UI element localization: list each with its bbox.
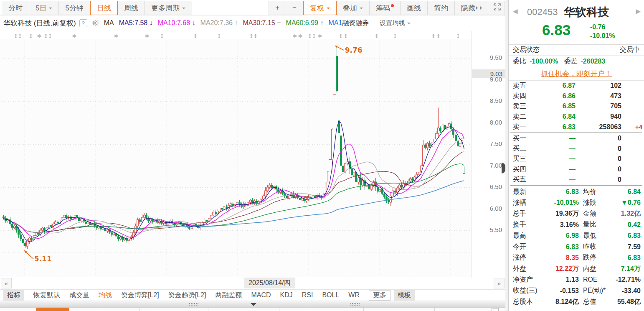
- price-axis-tick-6.00: 6.00: [473, 205, 502, 212]
- order-price: —: [536, 155, 576, 163]
- stat-label: 最新: [513, 188, 540, 196]
- gear-icon[interactable]: [91, 19, 99, 27]
- tab-more-periods[interactable]: 更多周期: [145, 1, 192, 15]
- stat-value: -33.40: [609, 287, 641, 295]
- ma-settings-label: 设置均线: [380, 19, 405, 27]
- tab-weekly[interactable]: 周线: [118, 1, 145, 15]
- scroll-left-button[interactable]: «: [1, 278, 12, 288]
- indicator-boll[interactable]: BOLL: [322, 291, 339, 299]
- next-stock-icon[interactable]: ▶: [636, 8, 641, 15]
- adjust-price-button[interactable]: 复权: [303, 1, 337, 15]
- indicator-macd[interactable]: MACD: [251, 291, 271, 299]
- order-price: 6.86: [536, 92, 576, 100]
- stat-value: 6.98: [540, 232, 579, 240]
- zoom-in-button-label: +: [275, 4, 279, 12]
- stat-value: 6.84: [609, 188, 641, 196]
- stat-label: 最低: [583, 232, 609, 240]
- stat-label: PE(动)*: [583, 286, 609, 295]
- stock-code: 002453: [527, 7, 558, 18]
- draw-line-button-label: 画线: [407, 3, 421, 13]
- order-volume: 0: [576, 145, 621, 153]
- stat-value: 7.14万: [609, 265, 641, 273]
- hide-button[interactable]: 隐藏: [455, 1, 490, 15]
- bottom-strip-separator: [139, 308, 139, 311]
- indicator-ma[interactable]: 均线: [99, 291, 112, 300]
- order-volume: 940: [576, 113, 621, 120]
- prev-stock-icon[interactable]: ◀: [513, 8, 518, 15]
- stock-app-window: 分时5日5分钟日线周线更多周期 +−复权叠加筹码画线简约隐藏 华软科技 (日线,…: [0, 0, 644, 311]
- order-level-label: 卖二: [513, 112, 536, 121]
- indicator-wr[interactable]: WR: [348, 291, 360, 299]
- active-bottom-tab[interactable]: [36, 308, 69, 311]
- scroll-right-button[interactable]: »: [494, 278, 505, 288]
- order-extra-badge: +4: [635, 123, 642, 130]
- order-volume: 258063: [576, 123, 621, 131]
- order-price: 6.85: [536, 102, 576, 110]
- current-price: 6.83: [542, 22, 570, 38]
- tab-minute[interactable]: 分时: [2, 1, 29, 15]
- drag-grip-icon[interactable]: [350, 303, 360, 306]
- indicator-kdj[interactable]: KDJ: [280, 291, 292, 299]
- template-button[interactable]: 模板: [394, 290, 415, 301]
- weicha-label: 委差: [564, 57, 578, 66]
- indicator-rsi[interactable]: RSI: [302, 291, 313, 299]
- tab-5day[interactable]: 5日: [29, 1, 59, 15]
- bottom-strip-separator: [434, 308, 435, 311]
- indicator-more[interactable]: 更多: [369, 290, 390, 301]
- ma-legend-item-2: MA20:7.36 ↑: [200, 19, 238, 27]
- ma-settings-dropdown[interactable]: 设置均线: [380, 19, 411, 27]
- stats-row: 最高6.98最低6.83: [509, 230, 644, 241]
- stat-value: 55.48亿: [609, 298, 641, 306]
- chart-legend-bar: 华软科技 (日线,前复权) ? MA MA5:7.58 ↓MA10:7.68 ↓…: [0, 16, 505, 30]
- chip-distribution-button[interactable]: 筹码: [370, 1, 401, 15]
- hide-button-label: 隐藏: [461, 3, 475, 13]
- order-volume: 705: [576, 102, 621, 110]
- indicator-margin-diff[interactable]: 两融差额: [215, 291, 242, 300]
- ma-prefix-label: MA: [104, 19, 114, 27]
- tools-buttons-group: +−复权叠加筹码画线简约隐藏: [269, 0, 505, 15]
- order-price: 6.84: [536, 113, 576, 120]
- stat-label: 金额: [583, 209, 609, 218]
- overlay-button[interactable]: 叠加: [337, 1, 370, 15]
- tab-5min[interactable]: 5分钟: [59, 1, 90, 15]
- open-account-link[interactable]: 抓住机会，即刻开户！: [541, 69, 612, 79]
- restore-default-button[interactable]: 恢复默认: [33, 291, 60, 300]
- price-change-percent: -10.01%: [590, 31, 615, 40]
- stat-value: 8.124亿: [540, 298, 579, 306]
- price-axis: 9.03 9.509.008.508.007.507.006.506.005.5…: [471, 31, 505, 278]
- candlestick-chart-canvas[interactable]: [0, 31, 471, 278]
- indicator-fund-game[interactable]: 资金博弈[L2]: [121, 291, 159, 300]
- stat-label: 总股本: [513, 298, 540, 306]
- indicator-fund-trend[interactable]: 资金趋势[L2]: [168, 291, 206, 300]
- order-volume: 0: [576, 166, 621, 173]
- chart-zone: 分时5日5分钟日线周线更多周期 +−复权叠加筹码画线简约隐藏 华软科技 (日线,…: [0, 0, 505, 311]
- stat-label: 涨幅: [513, 199, 540, 207]
- zoom-in-button[interactable]: +: [269, 1, 286, 15]
- tab-daily[interactable]: 日线: [90, 1, 118, 15]
- price-axis-tick-9.00: 9.00: [473, 76, 502, 83]
- pane-divider[interactable]: [0, 301, 505, 307]
- fullscreen-button[interactable]: [490, 1, 505, 15]
- stat-label: 涨跌: [583, 199, 609, 207]
- weicha-value: -260283: [581, 58, 606, 65]
- sell-order-row-卖二: 卖二6.84940: [509, 112, 644, 122]
- stat-label: 昨收: [583, 242, 609, 251]
- bottom-strip-box[interactable]: [492, 308, 499, 311]
- adjust-price-button-label: 复权: [310, 3, 324, 13]
- stat-value: -0.153: [540, 287, 579, 295]
- buy-order-book: 买一—0买二—0买三—0买四—0买五—0: [509, 133, 644, 185]
- ma-legend-item-4: MA60:6.99 ↑: [286, 19, 324, 27]
- draw-line-button[interactable]: 画线: [401, 1, 428, 15]
- stats-row: 外盘12.22万内盘7.14万: [509, 263, 644, 274]
- simple-mode-button[interactable]: 简约: [428, 1, 455, 15]
- stock-name: 华软科技: [564, 5, 609, 20]
- indicator-label[interactable]: 指标: [3, 290, 24, 301]
- zoom-out-button[interactable]: −: [286, 1, 303, 15]
- indicator-volume[interactable]: 成交量: [69, 291, 89, 300]
- drag-grip-icon[interactable]: [189, 303, 199, 306]
- indicator-toolbar: 指标恢复默认成交量均线资金博弈[L2]资金趋势[L2]两融差额MACDKDJRS…: [0, 289, 505, 301]
- order-level-label: 买五: [513, 175, 536, 184]
- help-icon[interactable]: ?: [79, 19, 87, 27]
- stat-label: 净资产: [513, 275, 540, 284]
- chevron-down-icon: [327, 8, 330, 11]
